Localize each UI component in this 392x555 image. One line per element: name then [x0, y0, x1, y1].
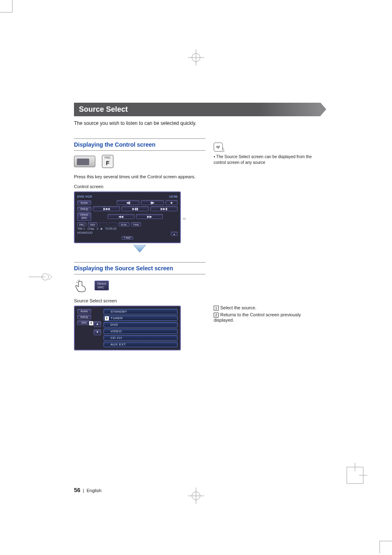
control-screen-mock: DVD VCD 13:50 Audio ◀▮ ▮▶ ■ SetUp ▮◀◀ ▶▮…	[74, 191, 181, 243]
ref-item-2: 2Returns to the Control screen previousl…	[214, 312, 321, 322]
crop-corner-br	[376, 537, 392, 555]
prev-step-button[interactable]: ◀▮	[117, 200, 140, 205]
footer-lang: English	[87, 488, 101, 493]
source-item-aux-ext[interactable]: AUX EXT	[104, 342, 178, 347]
audio-button[interactable]: Audio	[77, 309, 91, 313]
next-track-button[interactable]: ▶▶▮	[150, 206, 178, 211]
info-chap-num: 3	[97, 227, 98, 230]
audio-button[interactable]: Audio	[77, 200, 91, 205]
blank-indicator	[99, 222, 107, 226]
source-select-caption: Source Select screen	[74, 298, 205, 303]
crop-guide-left	[29, 269, 53, 287]
stop-button[interactable]: ■	[166, 200, 178, 205]
page-number: 56	[74, 487, 81, 493]
intro-text: The source you wish to listen to can be …	[74, 120, 321, 126]
crop-mark-bottom	[188, 488, 204, 506]
pbc-indicator: PBC	[77, 222, 86, 226]
screen-title-left: DVD VCD	[77, 195, 92, 198]
source-item-standby[interactable]: STANDBY	[104, 309, 178, 314]
eject-button[interactable]: ▲	[171, 232, 178, 236]
setup-button[interactable]: SetUp	[77, 207, 91, 211]
info-brand: KENWOOD	[77, 231, 178, 234]
section-title: Source Select	[79, 105, 128, 113]
fnc-label-main: F	[102, 159, 113, 167]
source-item-tuner-label: TUNER	[111, 316, 123, 320]
device-unit-icon	[74, 156, 95, 167]
flow-arrow-icon	[74, 245, 205, 254]
subheading-control: Displaying the Control screen	[74, 138, 205, 151]
svg-marker-11	[134, 245, 146, 252]
direct-src-badge: Direct SRC	[95, 281, 109, 290]
crop-corner-tl	[0, 0, 16, 18]
blank-indicator	[109, 222, 117, 226]
crop-mark-top	[188, 49, 204, 67]
setup-button[interactable]: SetUp	[77, 315, 91, 319]
screen-clock: 13:50	[169, 195, 178, 198]
info-chap-label: Chap	[88, 227, 95, 230]
direct-src-button[interactable]: Direct SRC	[77, 212, 91, 221]
fast-forward-button[interactable]: ▶▶	[136, 214, 163, 219]
instruction-text: Press this key several times unit the Co…	[74, 174, 205, 180]
fnc-key-icon: FNC F	[102, 155, 113, 168]
ref-badge-1: 1	[105, 316, 109, 320]
prev-track-button[interactable]: ▮◀◀	[93, 206, 120, 211]
scroll-up-button[interactable]: ▲	[94, 321, 101, 327]
ref-num-1: 1	[214, 306, 219, 311]
src-label: SRC	[81, 321, 88, 324]
t-rep-button[interactable]: T-REP	[122, 236, 133, 240]
crop-guide-right	[343, 463, 367, 489]
info-play-icon: ▶	[101, 227, 103, 230]
page-footer: 56 | English	[74, 487, 101, 493]
src-return-button[interactable]: SRC 2	[77, 320, 91, 325]
subheading-source-select: Displaying the Source Select screen	[74, 262, 205, 274]
in-label: IN	[183, 217, 186, 220]
source-item-video[interactable]: VIDEO	[104, 329, 178, 334]
scrl-indicator: SCRL	[119, 222, 129, 226]
fnc-label-small: FNC	[102, 156, 113, 159]
rep-indicator: REP	[88, 222, 97, 226]
note-body: The Source Select screen can be displaye…	[214, 154, 311, 165]
info-time: T0:05:20	[105, 227, 117, 230]
source-item-dvd[interactable]: DVD	[104, 322, 178, 327]
next-step-button[interactable]: ▮▶	[141, 200, 164, 205]
ref-badge-2: 2	[89, 321, 93, 325]
control-screen-caption: Control screen	[74, 184, 205, 189]
info-title: Title 1	[77, 227, 85, 230]
device-illustration-row: FNC F	[74, 155, 205, 168]
rewind-button[interactable]: ◀◀	[108, 214, 134, 219]
source-item-cd-ch[interactable]: CD CH	[104, 335, 178, 341]
reference-list: 1Select the source. 2Returns to the Cont…	[214, 305, 321, 322]
ref-text-1: Select the source.	[220, 305, 256, 310]
touch-instruction-row: Direct SRC	[74, 279, 205, 292]
ref-text-2: Returns to the Control screen previously…	[214, 312, 301, 322]
note-text: • The Source Select screen can be displa…	[214, 154, 321, 166]
ref-num-2: 2	[214, 313, 219, 318]
footer-sep: |	[83, 488, 84, 493]
scroll-down-button[interactable]: ▼	[94, 329, 101, 335]
note-icon	[214, 143, 223, 152]
source-item-tuner[interactable]: 1 TUNER	[104, 315, 178, 321]
source-select-screen-mock: Audio SetUp SRC 2 ▲ ▼ STANDBY 1 TUNER	[74, 306, 181, 350]
time-indicator: TIME	[131, 222, 141, 226]
ref-item-1: 1Select the source.	[214, 305, 321, 311]
section-header: Source Select	[74, 103, 321, 116]
touch-finger-icon	[74, 279, 88, 292]
play-pause-button[interactable]: ▶▮▮	[122, 206, 149, 211]
